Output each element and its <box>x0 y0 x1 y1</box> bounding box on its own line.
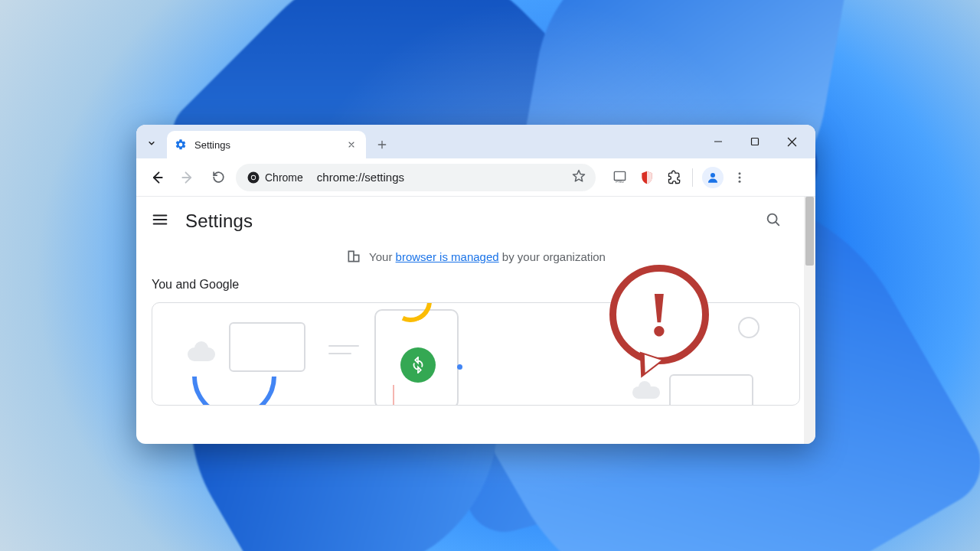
maximize-icon <box>750 137 760 146</box>
dots-vertical-icon <box>733 171 746 184</box>
settings-page: Settings Your browser is managed by your… <box>136 197 815 444</box>
tab-search-dropdown[interactable] <box>141 132 162 154</box>
window-minimize-button[interactable] <box>701 125 736 158</box>
extension-button-1[interactable]: PNG <box>611 169 628 186</box>
bookmark-star-button[interactable] <box>571 168 586 187</box>
decorative-shape <box>669 374 753 406</box>
you-and-google-card[interactable] <box>152 302 800 406</box>
extension-button-2[interactable] <box>639 169 655 186</box>
settings-search-button[interactable] <box>765 211 782 231</box>
window-controls <box>701 125 809 158</box>
toolbar-separator <box>692 168 693 187</box>
site-chip-label: Chrome <box>265 171 303 184</box>
decorative-shape <box>457 364 462 370</box>
tab-strip: Settings <box>136 125 815 158</box>
menu-icon <box>152 211 168 228</box>
search-icon <box>765 211 782 228</box>
decorative-shape <box>192 377 276 406</box>
nav-back-button[interactable] <box>144 165 170 191</box>
window-close-button[interactable] <box>774 125 809 158</box>
new-tab-button[interactable] <box>371 133 394 156</box>
vertical-scrollbar[interactable] <box>804 197 815 444</box>
close-icon <box>347 140 356 149</box>
svg-point-8 <box>739 176 741 178</box>
settings-header: Settings <box>136 197 815 246</box>
nav-forward-button[interactable] <box>175 165 201 191</box>
section-title: You and Google <box>136 278 815 302</box>
managed-link[interactable]: browser is managed <box>396 250 499 263</box>
settings-menu-button[interactable] <box>152 211 168 231</box>
reload-button[interactable] <box>205 165 231 191</box>
plus-icon <box>376 139 388 151</box>
person-icon <box>706 171 720 184</box>
tab-title: Settings <box>194 139 337 151</box>
chrome-logo-icon <box>247 171 260 184</box>
sync-icon <box>400 347 436 383</box>
chrome-window: Settings Chrome chrome://settings <box>136 125 815 444</box>
decorative-shape <box>393 385 394 406</box>
svg-point-6 <box>710 173 715 178</box>
star-icon <box>571 168 586 184</box>
profile-button[interactable] <box>702 167 724 188</box>
url-text: chrome://settings <box>317 171 564 184</box>
decorative-shape <box>738 317 760 338</box>
svg-rect-13 <box>351 259 352 260</box>
extension-icons: PNG <box>611 169 683 186</box>
managed-banner: Your browser is managed by your organiza… <box>136 246 815 278</box>
svg-point-9 <box>739 180 741 182</box>
svg-rect-4 <box>614 171 625 180</box>
page-title: Settings <box>185 210 253 232</box>
tab-close-button[interactable] <box>345 138 358 152</box>
browser-toolbar: Chrome chrome://settings PNG <box>136 158 815 197</box>
close-icon <box>787 137 797 147</box>
shield-icon <box>639 170 655 185</box>
svg-rect-0 <box>752 139 759 145</box>
decorative-shape <box>229 322 305 372</box>
svg-point-7 <box>739 172 741 174</box>
site-chip[interactable]: Chrome <box>245 169 309 186</box>
scrollbar-thumb[interactable] <box>805 197 814 266</box>
arrow-right-icon <box>180 170 195 185</box>
window-maximize-button[interactable] <box>737 125 773 158</box>
svg-rect-12 <box>351 256 352 257</box>
chrome-menu-button[interactable] <box>728 166 751 189</box>
svg-point-3 <box>252 175 256 179</box>
svg-text:PNG: PNG <box>616 180 624 184</box>
puzzle-icon <box>667 170 682 185</box>
minimize-icon <box>714 137 723 146</box>
reload-icon <box>211 170 226 184</box>
decorative-shape <box>188 347 215 361</box>
decorative-shape <box>328 345 359 364</box>
address-bar[interactable]: Chrome chrome://settings <box>236 164 596 191</box>
arrow-left-icon <box>149 170 165 185</box>
extensions-menu-button[interactable] <box>666 169 683 186</box>
browser-tab[interactable]: Settings <box>167 131 366 158</box>
image-tool-icon: PNG <box>612 170 627 184</box>
domain-icon <box>346 249 361 264</box>
settings-gear-icon <box>175 139 187 151</box>
decorative-shape <box>632 386 660 399</box>
svg-rect-11 <box>351 253 352 255</box>
chevron-down-icon <box>146 138 157 148</box>
managed-text: Your browser is managed by your organiza… <box>369 250 606 263</box>
